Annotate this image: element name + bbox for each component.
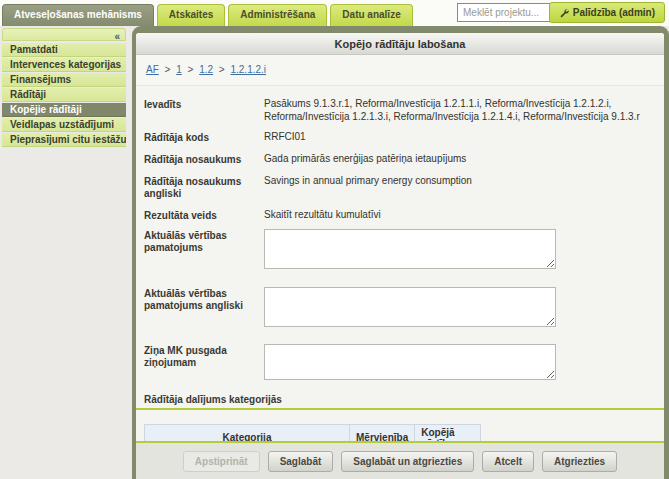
field-label: Aktuālās vērtības pamatojums xyxy=(144,229,264,273)
tab-administresana[interactable]: Administrēšana xyxy=(228,4,327,26)
breadcrumb-separator: > xyxy=(165,64,171,75)
zina-mk-pusgada-zinojumam-textarea[interactable] xyxy=(264,344,556,380)
field-value: Skaitīt rezultātu kumulatīvi xyxy=(264,209,654,222)
page-title: Kopējo rādītāju labošana xyxy=(136,33,664,55)
field-aktualas-vertibas-pamatojums: Aktuālās vērtības pamatojums xyxy=(144,229,654,273)
field-raditaja-nosaukums-angliski: Rādītāja nosaukums angliski Savings in a… xyxy=(144,175,654,200)
help-admin-button[interactable]: Palīdzība (admin) xyxy=(549,2,665,23)
field-value: Savings in annual primary energy consump… xyxy=(264,175,654,200)
field-label: Rezultāta veids xyxy=(144,209,264,222)
field-label: Aktuālās vērtības pamatojums angliski xyxy=(144,287,264,331)
nav-tabs: Atveseļošanas mehānisms Atskaites Admini… xyxy=(2,4,416,26)
field-value: RRFCI01 xyxy=(264,131,654,144)
sidebar-item-veidlapas-uzstadijumi[interactable]: Veidlapas uzstādījumi xyxy=(2,118,126,132)
breadcrumb: AF > 1 > 1.2 > 1.2.1.2.i xyxy=(136,55,664,86)
breadcrumb-link-1[interactable]: 1 xyxy=(176,64,182,75)
saglabat-un-atgriezties-button[interactable]: Saglabāt un atgriezties xyxy=(341,451,474,472)
wrench-icon xyxy=(559,8,569,18)
breadcrumb-separator: > xyxy=(219,64,225,75)
sidebar-item-kopejie-raditaji[interactable]: Kopējie rādītāji xyxy=(2,103,126,117)
field-label: Rādītāja kods xyxy=(144,131,264,144)
tab-atveselosanas-mehanisms[interactable]: Atveseļošanas mehānisms xyxy=(2,4,154,26)
indicator-form: Ievadīts Pasākums 9.1.3.r.1, Reforma/Inv… xyxy=(136,86,664,384)
atgriezties-button[interactable]: Atgriezties xyxy=(542,451,617,472)
apstiprinat-button[interactable]: Apstiprināt xyxy=(183,451,260,472)
sidebar-item-pieprasijumi-citu-iestazu-is[interactable]: Pieprasījumi citu iestāžu IS xyxy=(2,133,126,147)
collapse-sidebar-icon[interactable]: « xyxy=(114,31,120,42)
field-label: Ziņa MK pusgada ziņojumam xyxy=(144,344,264,384)
help-button-label: Palīdzība (admin) xyxy=(573,7,655,18)
action-button-bar: Apstiprināt Saglabāt Saglabāt un atgriez… xyxy=(136,441,664,479)
breadcrumb-link-af[interactable]: AF xyxy=(146,64,159,75)
field-raditaja-nosaukums: Rādītāja nosaukums Gada primārās enerģij… xyxy=(144,153,654,166)
saglabat-button[interactable]: Saglabāt xyxy=(268,451,334,472)
breadcrumb-separator: > xyxy=(188,64,194,75)
sidebar-menu: « Pamatdati Intervences kategorijas Fina… xyxy=(0,26,128,148)
breadcrumb-link-1-2-1-2-i[interactable]: 1.2.1.2.i xyxy=(230,64,266,75)
aktualas-vertibas-pamatojums-textarea[interactable] xyxy=(264,229,556,269)
sidebar-item-raditaji[interactable]: Rādītāji xyxy=(2,88,126,102)
sidebar-item-intervences-kategorijas[interactable]: Intervences kategorijas xyxy=(2,58,126,72)
field-raditaja-kods: Rādītāja kods RRFCI01 xyxy=(144,131,654,144)
field-label: Ievadīts xyxy=(144,98,264,123)
field-label: Rādītāja nosaukums angliski xyxy=(144,175,264,200)
field-rezultata-veids: Rezultāta veids Skaitīt rezultātu kumula… xyxy=(144,209,654,222)
breadcrumb-link-1-2[interactable]: 1.2 xyxy=(199,64,213,75)
field-aktualas-vertibas-pamatojums-angliski: Aktuālās vērtības pamatojums angliski xyxy=(144,287,654,331)
field-value: Pasākums 9.1.3.r.1, Reforma/Investīcija … xyxy=(264,98,654,123)
field-value: Gada primārās enerģijas patēriņa ietaupī… xyxy=(264,153,654,166)
main-content-panel: Kopējo rādītāju labošana AF > 1 > 1.2 > … xyxy=(132,26,669,479)
sidebar-header: « xyxy=(2,28,126,41)
category-section-title: Rādītāja dalījums kategorijās xyxy=(136,384,664,408)
top-navigation-bar: Atveseļošanas mehānisms Atskaites Admini… xyxy=(0,0,669,26)
tab-atskaites[interactable]: Atskaites xyxy=(157,4,225,26)
field-label: Rādītāja nosaukums xyxy=(144,153,264,166)
section-divider xyxy=(136,408,664,410)
field-ievadits: Ievadīts Pasākums 9.1.3.r.1, Reforma/Inv… xyxy=(144,98,654,123)
aktualas-vertibas-pamatojums-angliski-textarea[interactable] xyxy=(264,287,556,327)
tab-datu-analize[interactable]: Datu analīze xyxy=(330,4,412,26)
atcelt-button[interactable]: Atcelt xyxy=(482,451,534,472)
field-zina-mk-pusgada-zinojumam: Ziņa MK pusgada ziņojumam xyxy=(144,344,654,384)
sidebar-item-pamatdati[interactable]: Pamatdati xyxy=(2,43,126,57)
sidebar-item-finansejums[interactable]: Finansējums xyxy=(2,73,126,87)
